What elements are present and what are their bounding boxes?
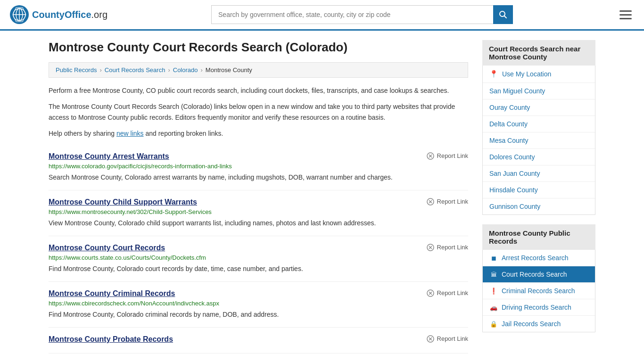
report-link-2[interactable]: Report Link [427, 244, 468, 251]
result-desc-1: View Montrose County, Colorado child sup… [49, 218, 468, 228]
county-label: San Juan County [489, 170, 540, 177]
result-desc-2: Find Montrose County, Colorado court rec… [49, 264, 468, 274]
nearby-heading: Court Records Search near Montrose Count… [482, 40, 595, 66]
breadcrumb-sep-3: › [201, 66, 203, 74]
menu-line-1 [619, 10, 632, 12]
result-title-2[interactable]: Montrose County Court Records [49, 244, 165, 252]
county-label: Hinsdale County [489, 186, 538, 194]
public-record-item-4: 🔒Jail Records Search [483, 316, 595, 332]
pr-icon-3: 🚗 [489, 304, 498, 311]
report-icon [427, 152, 434, 160]
menu-button[interactable] [617, 8, 635, 22]
nearby-county-link-6[interactable]: Hinsdale County [483, 182, 595, 198]
result-header: Montrose County Arrest Warrants Report L… [49, 152, 468, 163]
result-title-0[interactable]: Montrose County Arrest Warrants [49, 152, 169, 161]
breadcrumb-current: Montrose County [206, 66, 252, 74]
report-icon [427, 198, 434, 206]
result-title-4[interactable]: Montrose County Probate Records [49, 335, 173, 344]
report-icon [427, 335, 434, 343]
pr-label-0: Arrest Records Search [502, 254, 569, 262]
nearby-county-link-5[interactable]: San Juan County [483, 165, 595, 181]
public-record-link-2[interactable]: ❗Criminal Records Search [483, 283, 595, 299]
result-title-1[interactable]: Montrose County Child Support Warrants [49, 198, 197, 206]
report-label: Report Link [437, 335, 468, 342]
report-icon [427, 244, 434, 251]
breadcrumb-court-records[interactable]: Court Records Search [105, 66, 165, 74]
report-link-0[interactable]: Report Link [427, 152, 468, 160]
nearby-county-link-2[interactable]: Delta County [483, 116, 595, 132]
nearby-county-4: Dolores County [483, 149, 595, 165]
result-title-3[interactable]: Montrose County Criminal Records [49, 289, 175, 298]
description-p3: Help others by sharing new links and rep… [49, 128, 468, 139]
nearby-county-link-0[interactable]: San Miguel County [483, 83, 595, 99]
pr-label-2: Criminal Records Search [502, 287, 575, 295]
breadcrumb-public-records[interactable]: Public Records [56, 66, 97, 74]
nearby-county-link-4[interactable]: Dolores County [483, 149, 595, 165]
report-label: Report Link [437, 198, 468, 205]
report-link-1[interactable]: Report Link [427, 198, 468, 206]
public-record-link-3[interactable]: 🚗Driving Records Search [483, 299, 595, 315]
use-my-location-link[interactable]: 📍 Use My Location [483, 66, 595, 82]
report-label: Report Link [437, 244, 468, 251]
pr-label-3: Driving Records Search [502, 304, 571, 311]
search-button[interactable] [493, 5, 513, 24]
result-header: Montrose County Criminal Records Report … [49, 289, 468, 300]
description-p3-suffix: and reporting broken links. [144, 130, 223, 137]
svg-line-7 [504, 16, 507, 18]
public-records-section: Montrose County Public Records ◼Arrest R… [482, 224, 595, 332]
menu-line-3 [619, 18, 632, 19]
use-my-location-item: 📍 Use My Location [483, 66, 595, 83]
nearby-county-link-1[interactable]: Ouray County [483, 99, 595, 115]
result-desc-0: Search Montrose County, Colorado arrest … [49, 173, 468, 182]
menu-line-2 [619, 14, 632, 16]
report-icon [427, 289, 434, 297]
nearby-list: 📍 Use My Location San Miguel CountyOuray… [482, 66, 595, 215]
nearby-county-link-3[interactable]: Mesa County [483, 132, 595, 148]
nearby-county-7: Gunnison County [483, 198, 595, 214]
result-header: Montrose County Court Records Report Lin… [49, 244, 468, 254]
result-item: Montrose County Child Support Warrants R… [49, 190, 468, 236]
pr-icon-1: 🏛 [489, 271, 498, 278]
report-link-3[interactable]: Report Link [427, 289, 468, 297]
search-area [211, 5, 513, 24]
breadcrumb-colorado[interactable]: Colorado [173, 66, 198, 74]
result-item: Montrose County Arrest Warrants Report L… [49, 145, 468, 190]
public-record-link-4[interactable]: 🔒Jail Records Search [483, 316, 595, 332]
county-label: Mesa County [489, 137, 528, 144]
result-item: Montrose County Criminal Records Report … [49, 282, 468, 328]
main-content: Montrose County Court Records Search (Co… [49, 40, 468, 354]
site-header: CountyOffice.org [0, 0, 644, 31]
county-label: Delta County [489, 120, 528, 128]
result-url-3: https://www.cbirecordscheck.com/NonAccou… [49, 300, 468, 307]
pr-icon-2: ❗ [489, 288, 498, 295]
report-link-4[interactable]: Report Link [427, 335, 468, 343]
report-label: Report Link [437, 289, 468, 296]
results-list: Montrose County Arrest Warrants Report L… [49, 145, 468, 354]
nearby-county-link-7[interactable]: Gunnison County [483, 198, 595, 214]
breadcrumb-sep-1: › [99, 66, 101, 74]
public-record-item-0: ◼Arrest Records Search [483, 250, 595, 266]
result-header: Montrose County Probate Records Report L… [49, 335, 468, 346]
new-links-link[interactable]: new links [116, 130, 144, 137]
site-logo-icon [9, 5, 29, 25]
location-icon: 📍 [489, 70, 498, 78]
result-item: Montrose County Probate Records Report L… [49, 328, 468, 354]
nearby-county-1: Ouray County [483, 99, 595, 116]
nearby-county-0: San Miguel County [483, 83, 595, 99]
pr-icon-4: 🔒 [489, 321, 498, 328]
result-desc-3: Find Montrose County, Colorado criminal … [49, 310, 468, 320]
nearby-county-2: Delta County [483, 116, 595, 132]
result-header: Montrose County Child Support Warrants R… [49, 198, 468, 208]
public-record-link-0[interactable]: ◼Arrest Records Search [483, 250, 595, 266]
use-my-location-label: Use My Location [502, 70, 551, 78]
county-label: San Miguel County [489, 87, 545, 95]
search-input[interactable] [211, 5, 493, 24]
public-records-heading: Montrose County Public Records [482, 224, 595, 250]
nearby-section: Court Records Search near Montrose Count… [482, 40, 595, 215]
result-url-1: https://www.montrosecounty.net/302/Child… [49, 208, 468, 215]
pr-label-1: Court Records Search [502, 271, 567, 278]
nearby-county-3: Mesa County [483, 132, 595, 149]
public-record-link-1[interactable]: 🏛Court Records Search [483, 266, 595, 282]
description-p1: Perform a free Montrose County, CO publi… [49, 85, 468, 96]
public-record-item-2: ❗Criminal Records Search [483, 283, 595, 299]
